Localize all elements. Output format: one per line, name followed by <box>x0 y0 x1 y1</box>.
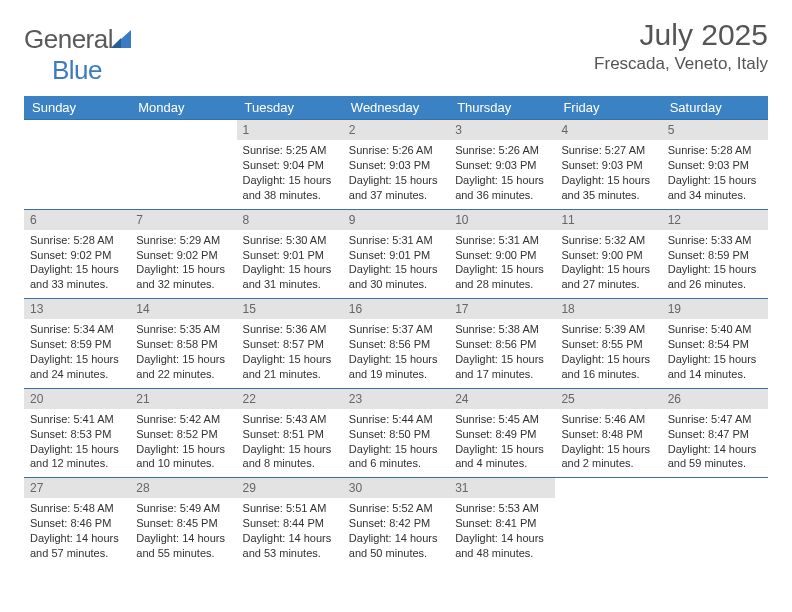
day-number: 23 <box>343 389 449 409</box>
day-number: 4 <box>555 120 661 140</box>
daylight-line: Daylight: 15 hours and 22 minutes. <box>136 352 230 382</box>
sunrise-value: 5:25 AM <box>286 144 326 156</box>
day-body: Sunrise: 5:38 AMSunset: 8:56 PMDaylight:… <box>449 319 555 387</box>
sunset-value: 8:46 PM <box>70 517 111 529</box>
sunset-value: 8:42 PM <box>389 517 430 529</box>
sunset-label: Sunset: <box>136 517 173 529</box>
calendar-cell: 29Sunrise: 5:51 AMSunset: 8:44 PMDayligh… <box>237 478 343 567</box>
calendar-cell: 2Sunrise: 5:26 AMSunset: 9:03 PMDaylight… <box>343 120 449 210</box>
sunset-line: Sunset: 9:02 PM <box>136 248 230 263</box>
calendar-cell: 20Sunrise: 5:41 AMSunset: 8:53 PMDayligh… <box>24 388 130 478</box>
day-number: 26 <box>662 389 768 409</box>
sunset-label: Sunset: <box>30 338 67 350</box>
calendar-cell: 15Sunrise: 5:36 AMSunset: 8:57 PMDayligh… <box>237 299 343 389</box>
sunrise-line: Sunrise: 5:26 AM <box>349 143 443 158</box>
sunrise-label: Sunrise: <box>136 413 176 425</box>
sunrise-value: 5:36 AM <box>286 323 326 335</box>
sunset-value: 8:45 PM <box>177 517 218 529</box>
sunrise-value: 5:35 AM <box>180 323 220 335</box>
sunrise-line: Sunrise: 5:26 AM <box>455 143 549 158</box>
sunrise-line: Sunrise: 5:41 AM <box>30 412 124 427</box>
sunrise-value: 5:28 AM <box>711 144 751 156</box>
day-body: Sunrise: 5:43 AMSunset: 8:51 PMDaylight:… <box>237 409 343 477</box>
sunset-line: Sunset: 8:57 PM <box>243 337 337 352</box>
day-number: 13 <box>24 299 130 319</box>
sunrise-label: Sunrise: <box>30 323 70 335</box>
sunrise-value: 5:43 AM <box>286 413 326 425</box>
daylight-label: Daylight: <box>136 532 179 544</box>
sunrise-value: 5:52 AM <box>392 502 432 514</box>
sunrise-label: Sunrise: <box>243 502 283 514</box>
sunrise-value: 5:42 AM <box>180 413 220 425</box>
sunrise-line: Sunrise: 5:39 AM <box>561 322 655 337</box>
sunset-line: Sunset: 9:02 PM <box>30 248 124 263</box>
daylight-label: Daylight: <box>455 532 498 544</box>
daylight-line: Daylight: 15 hours and 36 minutes. <box>455 173 549 203</box>
sunrise-line: Sunrise: 5:28 AM <box>668 143 762 158</box>
sunset-label: Sunset: <box>455 428 492 440</box>
sunrise-line: Sunrise: 5:43 AM <box>243 412 337 427</box>
sunrise-line: Sunrise: 5:42 AM <box>136 412 230 427</box>
daylight-label: Daylight: <box>30 263 73 275</box>
sunrise-label: Sunrise: <box>668 144 708 156</box>
sunrise-label: Sunrise: <box>455 413 495 425</box>
sunset-line: Sunset: 9:03 PM <box>349 158 443 173</box>
sunset-value: 9:03 PM <box>602 159 643 171</box>
day-number: 5 <box>662 120 768 140</box>
day-body: Sunrise: 5:31 AMSunset: 9:00 PMDaylight:… <box>449 230 555 298</box>
daylight-line: Daylight: 15 hours and 14 minutes. <box>668 352 762 382</box>
day-number: 29 <box>237 478 343 498</box>
day-number: 17 <box>449 299 555 319</box>
calendar-cell: 1Sunrise: 5:25 AMSunset: 9:04 PMDaylight… <box>237 120 343 210</box>
sunset-value: 9:00 PM <box>602 249 643 261</box>
daylight-line: Daylight: 15 hours and 19 minutes. <box>349 352 443 382</box>
day-number: 14 <box>130 299 236 319</box>
sunset-label: Sunset: <box>349 517 386 529</box>
day-body: Sunrise: 5:30 AMSunset: 9:01 PMDaylight:… <box>237 230 343 298</box>
day-number: 24 <box>449 389 555 409</box>
sunrise-line: Sunrise: 5:31 AM <box>455 233 549 248</box>
dow-friday: Friday <box>555 96 661 120</box>
daylight-line: Daylight: 15 hours and 10 minutes. <box>136 442 230 472</box>
sunrise-line: Sunrise: 5:33 AM <box>668 233 762 248</box>
sunrise-line: Sunrise: 5:40 AM <box>668 322 762 337</box>
daylight-label: Daylight: <box>243 174 286 186</box>
sunset-label: Sunset: <box>349 249 386 261</box>
sunrise-line: Sunrise: 5:44 AM <box>349 412 443 427</box>
sunrise-value: 5:48 AM <box>73 502 113 514</box>
calendar-cell <box>24 120 130 210</box>
sunset-line: Sunset: 9:01 PM <box>243 248 337 263</box>
calendar-cell: 22Sunrise: 5:43 AMSunset: 8:51 PMDayligh… <box>237 388 343 478</box>
day-body: Sunrise: 5:40 AMSunset: 8:54 PMDaylight:… <box>662 319 768 387</box>
sunrise-value: 5:41 AM <box>73 413 113 425</box>
brand-name: General Blue <box>24 24 131 86</box>
daylight-label: Daylight: <box>668 174 711 186</box>
daylight-line: Daylight: 14 hours and 50 minutes. <box>349 531 443 561</box>
calendar-cell: 5Sunrise: 5:28 AMSunset: 9:03 PMDaylight… <box>662 120 768 210</box>
sunrise-line: Sunrise: 5:29 AM <box>136 233 230 248</box>
sunset-value: 8:52 PM <box>177 428 218 440</box>
sunrise-line: Sunrise: 5:30 AM <box>243 233 337 248</box>
sunrise-label: Sunrise: <box>668 413 708 425</box>
sunrise-line: Sunrise: 5:47 AM <box>668 412 762 427</box>
sunrise-label: Sunrise: <box>349 144 389 156</box>
day-body: Sunrise: 5:31 AMSunset: 9:01 PMDaylight:… <box>343 230 449 298</box>
sunrise-label: Sunrise: <box>349 413 389 425</box>
day-number: 8 <box>237 210 343 230</box>
sunrise-label: Sunrise: <box>136 234 176 246</box>
sunrise-label: Sunrise: <box>455 144 495 156</box>
calendar-cell: 21Sunrise: 5:42 AMSunset: 8:52 PMDayligh… <box>130 388 236 478</box>
daylight-line: Daylight: 15 hours and 12 minutes. <box>30 442 124 472</box>
sunset-label: Sunset: <box>243 517 280 529</box>
day-body: Sunrise: 5:41 AMSunset: 8:53 PMDaylight:… <box>24 409 130 477</box>
sunrise-label: Sunrise: <box>136 502 176 514</box>
sunrise-value: 5:47 AM <box>711 413 751 425</box>
calendar-cell: 6Sunrise: 5:28 AMSunset: 9:02 PMDaylight… <box>24 209 130 299</box>
sunset-value: 8:54 PM <box>708 338 749 350</box>
daylight-line: Daylight: 15 hours and 38 minutes. <box>243 173 337 203</box>
sunset-label: Sunset: <box>561 159 598 171</box>
sunset-value: 8:53 PM <box>70 428 111 440</box>
sunrise-label: Sunrise: <box>30 502 70 514</box>
daylight-line: Daylight: 15 hours and 6 minutes. <box>349 442 443 472</box>
daylight-line: Daylight: 15 hours and 26 minutes. <box>668 262 762 292</box>
